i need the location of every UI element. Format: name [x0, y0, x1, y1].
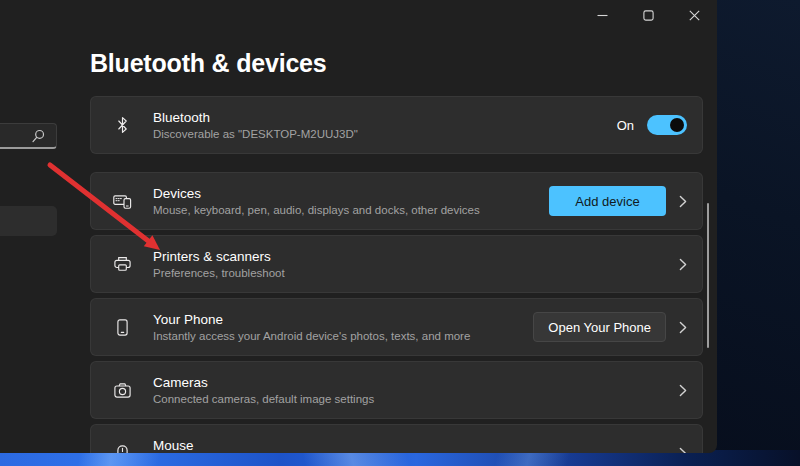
scrollbar-thumb[interactable]	[707, 203, 709, 348]
search-input[interactable]	[0, 123, 57, 149]
maximize-button[interactable]	[638, 5, 658, 25]
bluetooth-toggle[interactable]	[647, 115, 687, 135]
toggle-state-label: On	[617, 118, 634, 133]
page-title: Bluetooth & devices	[90, 49, 327, 78]
add-device-button[interactable]: Add device	[549, 186, 666, 216]
bluetooth-card: Bluetooth Discoverable as "DESKTOP-M2UUJ…	[90, 96, 703, 154]
chevron-right-icon	[679, 258, 687, 271]
settings-row-mouse[interactable]: Mouse Buttons, mouse pointer speed, scro…	[90, 424, 703, 453]
row-title: Your Phone	[153, 312, 470, 327]
printer-icon	[111, 256, 133, 272]
settings-row-printers[interactable]: Printers & scanners Preferences, trouble…	[90, 235, 703, 293]
row-subtitle: Connected cameras, default image setting…	[153, 393, 374, 406]
row-subtitle: Instantly access your Android device's p…	[153, 330, 470, 343]
open-your-phone-button[interactable]: Open Your Phone	[533, 312, 666, 342]
phone-icon	[111, 319, 133, 336]
settings-row-devices[interactable]: Devices Mouse, keyboard, pen, audio, dis…	[90, 172, 703, 230]
chevron-right-icon	[679, 195, 687, 208]
bluetooth-title: Bluetooth	[153, 110, 358, 125]
row-subtitle: Mouse, keyboard, pen, audio, displays an…	[153, 204, 480, 217]
camera-icon	[111, 383, 133, 398]
bluetooth-icon	[111, 116, 133, 134]
settings-row-your-phone[interactable]: Your Phone Instantly access your Android…	[90, 298, 703, 356]
row-subtitle: Preferences, troubleshoot	[153, 267, 285, 280]
row-title: Mouse	[153, 438, 354, 453]
row-title: Devices	[153, 186, 480, 201]
close-button[interactable]	[684, 5, 704, 25]
bluetooth-subtitle: Discoverable as "DESKTOP-M2UUJ3D"	[153, 128, 358, 141]
minimize-button[interactable]	[592, 5, 612, 25]
row-title: Cameras	[153, 375, 374, 390]
chevron-right-icon	[679, 384, 687, 397]
mouse-icon	[111, 445, 133, 454]
titlebar	[592, 0, 704, 30]
settings-row-cameras[interactable]: Cameras Connected cameras, default image…	[90, 361, 703, 419]
settings-window: Bluetooth & devices Bluetooth Discoverab…	[0, 0, 717, 453]
chevron-right-icon	[679, 321, 687, 334]
devices-icon	[111, 193, 133, 209]
chevron-right-icon	[679, 447, 687, 454]
search-icon	[31, 129, 45, 148]
row-title: Printers & scanners	[153, 249, 285, 264]
sidebar-item-active[interactable]	[0, 206, 57, 236]
toggle-knob	[670, 118, 684, 132]
desktop-wallpaper-right	[716, 0, 800, 466]
